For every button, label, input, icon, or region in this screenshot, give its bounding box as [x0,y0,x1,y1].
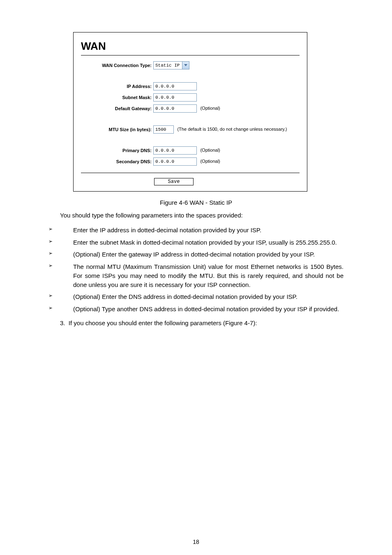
default-gateway-label: Default Gateway: [81,103,152,114]
wan-form: WAN WAN Connection Type: Static IP IP [73,32,307,192]
ip-address-input[interactable] [153,82,197,90]
primary-dns-label: Primary DNS: [81,145,152,156]
primary-dns-hint: (Optional) [200,148,220,153]
figure-caption: Figure 4-6 WAN - Static IP [48,199,344,206]
list-item: (Optional) Type another DNS address in d… [48,303,344,315]
save-button[interactable]: Save [154,178,194,185]
divider [81,173,300,173]
ip-address-label: IP Address: [81,81,152,92]
secondary-dns-label: Secondary DNS: [81,156,152,167]
secondary-dns-input[interactable] [153,157,197,166]
wan-connection-type-value: Static IP [154,62,182,69]
chevron-down-icon [182,62,189,69]
list-item: Enter the IP address in dotted-decimal n… [48,224,344,236]
primary-dns-input[interactable] [153,146,197,155]
mtu-input[interactable] [153,125,174,134]
list-item: The normal MTU (Maximum Transmission Uni… [48,261,344,291]
wan-connection-type-label: WAN Connection Type: [81,60,152,71]
secondary-dns-hint: (Optional) [200,159,220,164]
paragraph-intro: You should type the following parameters… [60,211,344,220]
list-item: (Optional) Enter the DNS address in dott… [48,291,344,303]
list-item: Enter the subnet Mask in dotted-decimal … [48,236,344,249]
page-number: 18 [0,539,392,545]
subnet-mask-input[interactable] [153,93,197,102]
mtu-hint: (The default is 1500, do not change unle… [177,127,287,132]
subnet-mask-label: Subnet Mask: [81,92,152,103]
default-gateway-input[interactable] [153,104,197,113]
bullet-list: Enter the IP address in dotted-decimal n… [48,224,344,315]
panel-title: WAN [81,40,300,53]
default-gateway-hint: (Optional) [200,106,220,111]
divider [81,55,300,56]
list-item: (Optional) Enter the gateway IP address … [48,248,344,261]
mtu-label: MTU Size (in bytes): [81,124,152,135]
wan-connection-type-select[interactable]: Static IP [153,61,189,69]
numbered-paragraph: If you choose you should enter the follo… [60,319,344,328]
